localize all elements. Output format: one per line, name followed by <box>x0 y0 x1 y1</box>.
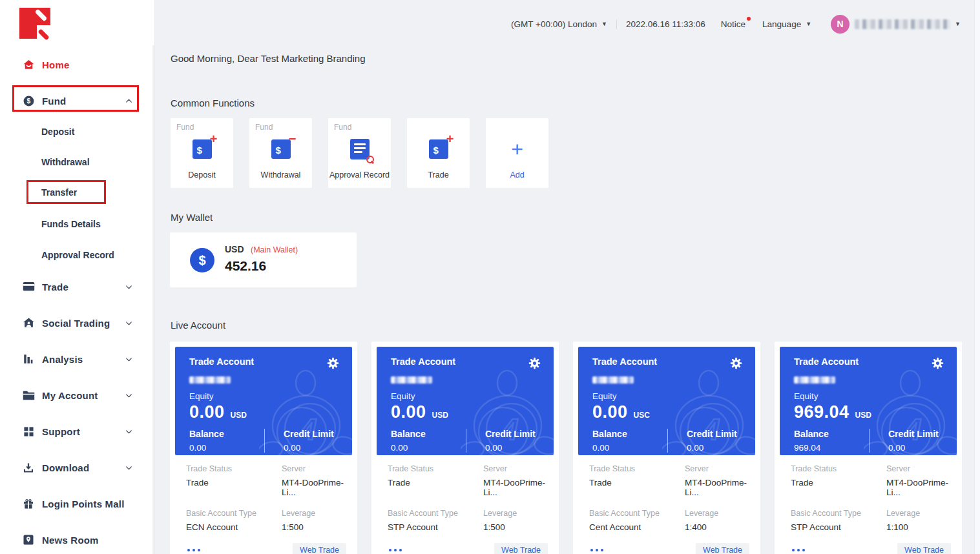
balance-label: Balance <box>189 429 264 439</box>
sidebar-item-label: Download <box>42 462 89 473</box>
download-icon <box>22 462 35 473</box>
gear-icon[interactable] <box>932 357 944 372</box>
common-function-card-approval-record[interactable]: Fund Approval Record <box>328 118 391 189</box>
gear-icon[interactable] <box>327 357 339 372</box>
common-function-card-trade[interactable]: $+ Trade <box>406 118 470 189</box>
sidebar-item-analysis[interactable]: Analysis <box>0 346 155 372</box>
wallet-amount: 452.16 <box>225 258 266 274</box>
equity-currency: USD <box>231 411 247 420</box>
sidebar-item-support[interactable]: Support <box>0 418 155 444</box>
sidebar-item-label: News Room <box>42 535 99 546</box>
main-scrollbar[interactable] <box>974 0 980 554</box>
home-icon <box>22 59 35 70</box>
timezone-selector[interactable]: (GMT +00:00) London ▼ <box>511 19 607 29</box>
card-category: Fund <box>334 123 351 132</box>
sidebar-item-label: Withdrawal <box>41 157 90 167</box>
topbar: (GMT +00:00) London ▼ 2022.06.16 11:33:0… <box>511 14 961 34</box>
equity-currency: USC <box>634 411 650 420</box>
web-trade-button[interactable]: Web Trade <box>494 543 548 554</box>
sidebar-item-my-account[interactable]: My Account <box>0 382 155 408</box>
more-options-icon[interactable] <box>791 546 806 554</box>
language-label: Language <box>762 19 801 29</box>
sidebar-item-transfer[interactable]: Transfer <box>0 183 155 202</box>
trade-account-card: 4 Trade Account Equity 969.04 USD Bal <box>775 342 962 554</box>
card-label: Trade <box>407 170 470 180</box>
trade-account-card: 4 Trade Account Equity 0.00 USD Balan <box>170 342 357 554</box>
leverage-value: 1:100 <box>886 522 951 532</box>
card-label: Approval Record <box>328 170 391 180</box>
trade-card-icon <box>22 282 35 292</box>
trade-status-value: Trade <box>791 478 886 487</box>
trade-status-label: Trade Status <box>791 464 886 473</box>
server-label: Server <box>282 464 346 473</box>
trade-status-value: Trade <box>388 478 483 487</box>
datetime-label: 2022.06.16 11:33:06 <box>626 19 705 29</box>
username-redacted[interactable] <box>855 19 950 29</box>
more-options-icon[interactable] <box>186 546 202 554</box>
trade-account-summary: 4 Trade Account Equity 0.00 USD Balan <box>377 347 554 455</box>
language-selector[interactable]: Language ▼ <box>762 19 811 29</box>
sidebar-scrollbar[interactable] <box>152 45 154 554</box>
sidebar-item-withdrawal[interactable]: Withdrawal <box>0 152 155 172</box>
logo-slash-top <box>35 9 48 22</box>
trade-account-card: 4 Trade Account Equity 0.00 USC Balan <box>573 342 760 554</box>
sidebar-item-fund[interactable]: $ Fund <box>0 88 155 114</box>
chevron-down-icon: ▼ <box>955 21 961 27</box>
balance-label: Balance <box>391 429 466 439</box>
sidebar-item-news-room[interactable]: News Room <box>0 527 155 553</box>
leverage-label: Leverage <box>483 509 548 518</box>
trade-status-value: Trade <box>186 478 282 487</box>
gear-icon[interactable] <box>730 357 742 372</box>
card-divider <box>264 429 265 453</box>
chevron-down-icon: ▼ <box>601 21 607 27</box>
common-function-card-add[interactable]: + Add <box>485 118 549 189</box>
sidebar-item-home[interactable]: Home <box>0 52 155 77</box>
web-trade-button[interactable]: Web Trade <box>293 543 346 554</box>
avatar[interactable]: N <box>831 15 850 34</box>
account-type-label: Basic Account Type <box>589 509 685 518</box>
gift-icon <box>22 498 35 509</box>
card-divider <box>869 429 870 453</box>
notice-link[interactable]: Notice <box>721 19 745 29</box>
sidebar-item-label: Deposit <box>41 127 74 137</box>
brand-logo[interactable] <box>19 8 50 39</box>
credit-limit-label: Credit Limit <box>284 429 334 439</box>
web-trade-button[interactable]: Web Trade <box>897 543 951 554</box>
common-function-card-deposit[interactable]: Fund $+ Deposit <box>170 118 234 189</box>
sidebar-item-trade[interactable]: Trade <box>0 274 155 300</box>
sidebar-item-label: Analysis <box>42 354 83 365</box>
topbar-divider <box>616 19 617 29</box>
my-wallet-title: My Wallet <box>171 212 213 223</box>
wallet-card: $ USD (Main Wallet) 452.16 <box>170 232 357 287</box>
leverage-label: Leverage <box>282 509 346 518</box>
more-options-icon[interactable] <box>589 546 605 554</box>
trade-account-summary: 4 Trade Account Equity 969.04 USD Bal <box>780 347 957 455</box>
trade-account-label: Trade Account <box>592 356 657 367</box>
trade-account-label: Trade Account <box>189 356 254 367</box>
equity-value: 0.00 <box>391 402 426 422</box>
web-trade-button[interactable]: Web Trade <box>696 543 749 554</box>
trade-status-value: Trade <box>589 478 685 487</box>
sidebar-item-download[interactable]: Download <box>0 455 155 480</box>
trade-account-card: 4 Trade Account Equity 0.00 USD Balan <box>371 342 559 554</box>
account-type-label: Basic Account Type <box>388 509 483 518</box>
sidebar-item-login-points-mall[interactable]: Login Points Mall <box>0 491 155 517</box>
trade-account-summary: 4 Trade Account Equity 0.00 USC Balan <box>578 347 755 455</box>
sidebar-item-label: Fund <box>42 96 66 107</box>
sidebar-item-deposit[interactable]: Deposit <box>0 122 155 141</box>
gear-icon[interactable] <box>528 357 541 372</box>
more-options-icon[interactable] <box>388 546 403 554</box>
sidebar-item-approval-record[interactable]: Approval Record <box>0 245 155 265</box>
trade-status-label: Trade Status <box>388 464 483 473</box>
equity-label: Equity <box>189 391 339 401</box>
sidebar-item-social-trading[interactable]: Social Trading <box>0 310 155 336</box>
common-function-card-withdrawal[interactable]: Fund $− Withdrawal <box>249 118 313 189</box>
add-icon: + <box>511 139 523 159</box>
folder-icon <box>22 390 35 400</box>
sidebar-item-label: Support <box>42 426 80 437</box>
sidebar-item-funds-details[interactable]: Funds Details <box>0 214 155 234</box>
credit-limit-label: Credit Limit <box>687 429 737 439</box>
trade-account-summary: 4 Trade Account Equity 0.00 USD Balan <box>175 347 352 455</box>
timezone-label: (GMT +00:00) London <box>511 19 597 29</box>
server-value: MT4-DooPrime-Li... <box>483 478 548 497</box>
